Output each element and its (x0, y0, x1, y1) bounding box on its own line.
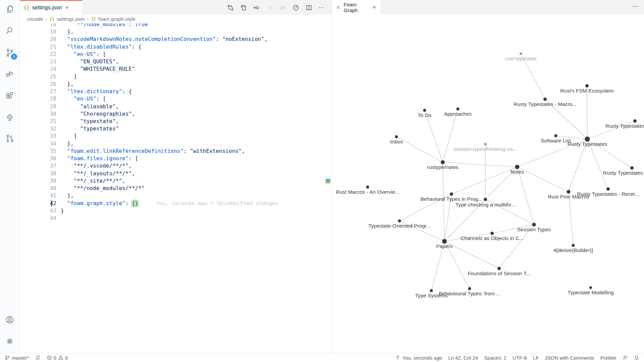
graph-node-modelling[interactable] (589, 286, 592, 289)
formatter-status[interactable]: Prettier (600, 353, 616, 362)
graph-node-behavioural-from[interactable] (468, 287, 471, 290)
breakpoint-icon[interactable] (266, 4, 273, 11)
graph-node-session-sharing[interactable] (484, 143, 487, 145)
code-line-39[interactable]: 39 "**/_site/**/*", (20, 177, 332, 185)
graph-node-channels[interactable] (490, 232, 494, 235)
graph-node-rusty-right[interactable] (630, 166, 634, 170)
code-line-30[interactable]: 30 "Choreographies", (20, 110, 332, 118)
code-editor[interactable]: 18 "**/node_modules": true19 },20 "vscod… (20, 23, 332, 353)
code-token (61, 111, 80, 117)
code-line-44[interactable]: 44 (20, 215, 332, 222)
graph-node-behavioral[interactable] (450, 192, 453, 196)
activity-bar: 2 (0, 0, 20, 353)
code-line-32[interactable]: 32 "typestates" (20, 125, 332, 132)
code-line-38[interactable]: 38 "**/_layouts/**/*", (20, 170, 332, 177)
graph-node-label: rust-typestate (505, 56, 537, 61)
close-tab-icon[interactable]: × (65, 4, 69, 11)
code-line-27[interactable]: 27 "ltex.dictionary": { (20, 88, 332, 95)
code-line-18[interactable]: 18 "**/node_modules": true (20, 23, 332, 28)
notifications-status[interactable] (634, 353, 639, 362)
graph-node-typesystems[interactable] (430, 289, 433, 292)
code-line-42[interactable]: 42 "foam.graph.style": {}You, seconds ag… (20, 200, 332, 207)
open-changes-icon[interactable] (227, 4, 234, 11)
code-line-25[interactable]: 25 ] (20, 73, 332, 80)
graph-node-session-types[interactable] (532, 223, 536, 227)
graph-node-notes[interactable] (515, 165, 520, 169)
code-line-43[interactable]: 43} (20, 207, 332, 215)
graph-node-procmacros[interactable] (567, 190, 571, 194)
code-line-20[interactable]: 20 "vscodeMarkdownNotes.noteCompletionCo… (20, 36, 332, 43)
graph-node-todo[interactable] (423, 109, 426, 112)
tab-foam-graph[interactable]: Foam Graph × (332, 0, 381, 14)
source-control-icon[interactable]: 2 (0, 44, 19, 61)
navigate-back-icon[interactable] (253, 4, 260, 11)
git-branch-status[interactable]: master* (5, 353, 29, 362)
code-line-23[interactable]: 23 "EN_QUOTES", (20, 58, 332, 65)
navigate-forward-icon[interactable] (279, 4, 286, 11)
graph-node-rustype-notes[interactable] (441, 160, 445, 164)
todo-tree-icon[interactable] (0, 109, 19, 126)
problems-status[interactable]: 0 0 (47, 353, 68, 362)
graph-node-rust-typestate[interactable] (520, 52, 522, 55)
line-number: 37 (20, 162, 56, 170)
run-icon[interactable] (292, 4, 300, 11)
more-actions-icon[interactable]: ⋯ (632, 3, 639, 10)
blame-status[interactable]: You, seconds ago (395, 353, 442, 362)
graph-node-rust-macros[interactable] (366, 186, 369, 189)
close-tab-icon[interactable]: × (372, 4, 377, 11)
graph-node-fsm[interactable] (585, 84, 589, 87)
graph-node-foundations[interactable] (497, 267, 501, 270)
feedback-status[interactable] (623, 353, 628, 362)
code-line-28[interactable]: 28 "en-US": [ (20, 95, 332, 103)
code-line-26[interactable]: 26 }, (20, 80, 332, 88)
graph-node-rusty-macro[interactable] (543, 98, 547, 101)
indentation-setting[interactable]: Spaces: 2 (484, 353, 506, 362)
git-graph-icon[interactable] (0, 130, 19, 147)
graph-node-label: Behavioural Types: from ... (439, 291, 500, 296)
split-editor-icon[interactable] (305, 4, 313, 11)
language-mode[interactable]: JSON with Comments (545, 353, 594, 362)
encoding-setting[interactable]: UTF-8 (513, 353, 527, 362)
search-icon[interactable] (0, 22, 19, 40)
run-and-debug-icon[interactable] (0, 65, 19, 82)
settings-gear-icon[interactable] (0, 333, 19, 350)
code-token: : (128, 23, 135, 27)
line-number: 22 (20, 51, 56, 58)
code-line-40[interactable]: 40 "**/node_modules/**/*" (20, 185, 332, 192)
extensions-icon[interactable] (0, 87, 19, 104)
graph-node-rusty-recei[interactable] (606, 187, 610, 191)
sync-status[interactable] (35, 353, 41, 362)
breadcrumb-settings-json[interactable]: settings.json (57, 16, 85, 22)
code-line-41[interactable]: 41 ], (20, 192, 332, 199)
graph-node-typestate-oriented[interactable] (398, 220, 401, 223)
graph-node-derive-builder[interactable] (572, 244, 575, 247)
code-line-21[interactable]: 21 "ltex.disabledRules": { (20, 43, 332, 51)
accounts-icon[interactable] (0, 311, 19, 328)
eol-setting[interactable]: LF (533, 353, 539, 362)
tab-settings-json[interactable]: {} settings.json × (20, 0, 83, 14)
graph-node-typecheck[interactable] (484, 198, 487, 201)
code-line-29[interactable]: 29 "aliasable", (20, 103, 332, 110)
code-line-35[interactable]: 35 "foam.edit.linkReferenceDefinitions":… (20, 147, 332, 155)
more-actions-icon[interactable]: ⋯ (318, 4, 325, 11)
code-token: true (135, 23, 148, 27)
code-line-22[interactable]: 22 "en-US": [ (20, 51, 332, 58)
open-settings-icon[interactable] (240, 4, 247, 11)
code-line-31[interactable]: 31 "typestate", (20, 118, 332, 125)
breadcrumb-vscode[interactable]: .vscode (26, 16, 43, 22)
code-line-34[interactable]: 34 }, (20, 140, 332, 147)
graph-node-software-list[interactable] (554, 134, 557, 137)
graph-node-approaches[interactable] (457, 108, 460, 111)
explorer-icon[interactable] (0, 1, 19, 18)
code-line-37[interactable]: 37 "**/.vscode/**/*", (20, 162, 332, 170)
code-line-24[interactable]: 24 "WHITESPACE_RULE" (20, 65, 332, 73)
code-line-19[interactable]: 19 }, (20, 28, 332, 36)
code-line-36[interactable]: 36 "foam.files.ignore": [ (20, 155, 332, 162)
cursor-position[interactable]: Ln 42, Col 24 (448, 353, 478, 362)
code-line-33[interactable]: 33 ] (20, 132, 332, 140)
graph-node-rusty-top[interactable] (633, 119, 637, 123)
foam-graph-canvas[interactable]: rust-typestateRusty Typestates - Macro..… (332, 14, 644, 353)
graph-node-papers[interactable] (442, 239, 447, 244)
breadcrumb-foam-graph-style[interactable]: foam.graph.style (98, 16, 136, 22)
graph-node-inbox[interactable] (395, 135, 398, 138)
